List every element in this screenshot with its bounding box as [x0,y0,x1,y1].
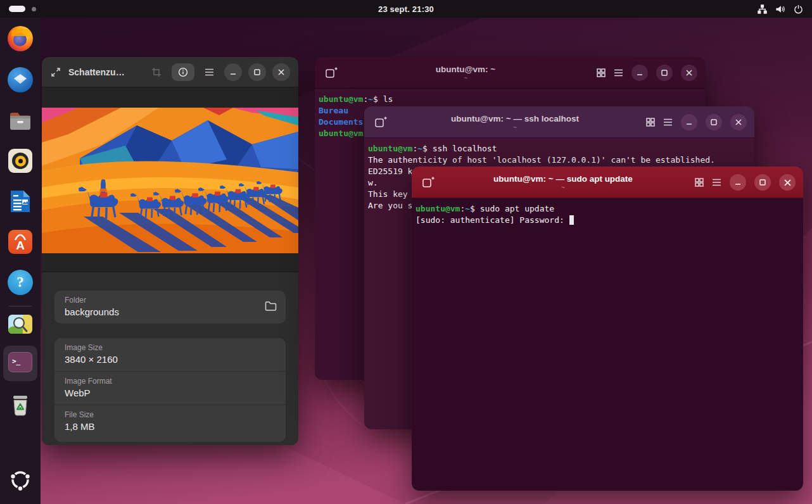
file-size-row: File Size 1,8 MB [54,405,286,438]
firefox-icon [8,26,33,51]
viewer-menu-icon[interactable] [205,68,214,76]
file-size-label: File Size [65,410,276,419]
terminal-menu-icon[interactable] [712,179,721,186]
camel-caravan-image[interactable] [42,108,298,253]
network-icon [758,4,767,14]
ubuntu-logo-icon [8,468,32,492]
terminal-menu-icon[interactable] [663,118,673,126]
terminal-line: The authenticity of host 'localhost (127… [368,154,754,166]
terminal-subtitle: ~ [513,124,517,131]
folder-label: Folder [65,296,276,305]
terminal-close-button[interactable] [730,114,747,130]
folder-card[interactable]: Folder backgrounds [54,291,286,324]
dock-item-image-viewer[interactable] [8,312,33,337]
terminal-line: ubuntu@vm:~$ ls [319,94,705,105]
file-size-value: 1,8 MB [65,421,276,432]
fullscreen-icon[interactable] [51,67,61,77]
dock-item-firefox[interactable] [8,26,33,51]
image-format-value: WebP [65,387,276,398]
power-icon [794,4,803,14]
image-details-card: Image Size 3840 × 2160 Image Format WebP… [54,338,286,442]
crop-icon[interactable] [151,67,162,77]
terminal-minimize-button[interactable] [681,114,697,130]
tabs-overview-icon[interactable] [695,178,704,187]
terminal-output[interactable]: ubuntu@vm:~$ sudo apt update[sudo: authe… [412,198,803,491]
dock-separator [9,306,32,306]
dock-item-libreoffice[interactable] [8,189,33,214]
terminal-subtitle: ~ [464,75,467,82]
dock-item-files[interactable] [8,108,33,134]
help-icon: ? [8,270,33,295]
image-format-label: Image Format [65,377,276,386]
clock[interactable]: 23 sept. 21:30 [0,4,812,14]
image-size-label: Image Size [65,343,276,352]
terminal-line: ubuntu@vm:~$ sudo apt update [416,203,803,215]
tabs-overview-icon[interactable] [646,118,655,127]
terminal-line: ubuntu@vm:~$ ssh localhost [368,143,754,154]
viewer-minimize-button[interactable] [224,63,242,81]
terminal-minimize-button[interactable] [730,174,746,191]
terminal-title: ubuntu@vm: ~ — ssh localhost [451,114,579,123]
dock-item-thunderbird[interactable] [8,67,33,92]
terminal-title: ubuntu@vm: ~ [436,65,496,74]
volume-icon [775,4,785,14]
libreoffice-icon [10,189,31,213]
new-tab-icon[interactable] [422,176,435,189]
new-tab-icon[interactable] [325,66,338,79]
terminal-menu-icon[interactable] [614,69,623,77]
new-tab-icon[interactable] [374,116,387,129]
terminal-minimize-button[interactable] [631,65,648,81]
system-tray[interactable] [758,4,812,14]
trash-icon [9,393,32,417]
image-info-button[interactable] [172,63,194,81]
dock-item-show-apps[interactable] [8,467,33,493]
files-icon [8,110,32,132]
terminal-maximize-button[interactable] [706,114,722,130]
image-format-row: Image Format WebP [54,372,286,405]
dock-item-terminal[interactable]: >_ [8,350,33,375]
terminal-subtitle: ~ [561,184,565,191]
tabs-overview-icon[interactable] [597,68,606,77]
terminal-maximize-button[interactable] [754,174,771,191]
viewer-window-title: Schattenzu… [68,67,125,77]
image-size-row: Image Size 3840 × 2160 [54,338,286,371]
viewer-header-bar[interactable]: Schattenzu… [42,57,298,87]
top-bar: 23 sept. 21:30 [0,0,812,18]
rhythmbox-icon [8,149,32,173]
dock: A ? >_ [0,18,41,504]
terminal-header-bar[interactable]: ubuntu@vm: ~ — sudo apt update ~ [412,167,803,198]
dock-item-rhythmbox[interactable] [8,148,33,173]
app-center-icon: A [8,230,32,254]
dock-item-app-center[interactable]: A [8,229,33,255]
terminal-close-button[interactable] [681,65,697,81]
image-viewer-window: Schattenzu… [42,57,298,445]
terminal-header-bar[interactable]: ubuntu@vm: ~ ~ [315,57,705,89]
terminal-header-bar[interactable]: ubuntu@vm: ~ — ssh localhost ~ [364,106,754,138]
dock-item-help[interactable]: ? [8,270,33,295]
terminal-title: ubuntu@vm: ~ — sudo apt update [493,174,633,184]
terminal-line: [sudo: authenticate] Password: [416,215,803,226]
viewer-maximize-button[interactable] [248,63,266,81]
viewer-close-button[interactable] [272,63,290,81]
folder-row[interactable]: Folder backgrounds [54,291,286,324]
terminal-icon: >_ [8,352,32,372]
image-viewer-icon [8,315,32,334]
image-properties-panel: Folder backgrounds Image Size 3840 × 216… [42,272,298,445]
image-size-value: 3840 × 2160 [65,354,276,365]
terminal-window-sudo-apt-update: ubuntu@vm: ~ — sudo apt update ~ ubuntu@… [412,167,803,491]
open-folder-icon[interactable] [265,301,277,313]
terminal-close-button[interactable] [779,174,796,191]
dock-item-trash[interactable] [8,393,33,418]
thunderbird-icon [8,67,33,92]
terminal-maximize-button[interactable] [656,65,673,81]
folder-value: backgrounds [65,306,276,317]
